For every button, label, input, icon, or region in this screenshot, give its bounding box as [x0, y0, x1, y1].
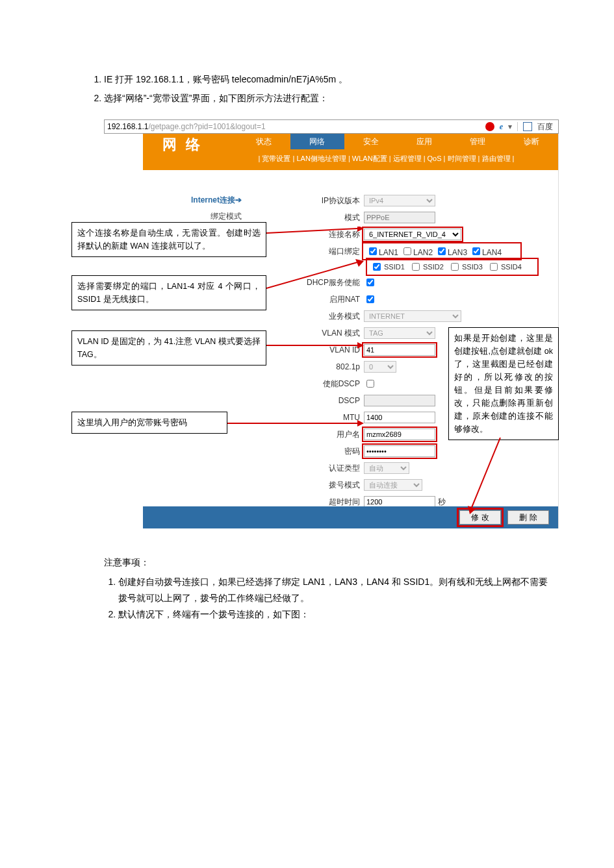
ssid3-checkbox[interactable] — [451, 263, 459, 271]
tab-network[interactable]: 网络 — [290, 134, 344, 149]
stop-icon — [485, 122, 494, 131]
url-path: /getpage.gch?pid=1001&logout=1 — [148, 122, 485, 131]
dscp-en-checkbox[interactable] — [366, 380, 374, 388]
intro-item-2: 选择“网络”-“宽带设置”界面，如下图所示方法进行配置： — [104, 90, 556, 106]
callout-conn-name: 这个连接名称是自动生成，无需设置。创建时选择默认的新建 WAN 连接就可以了。 — [71, 222, 266, 257]
mtu-input[interactable] — [364, 412, 435, 423]
lan3-checkbox[interactable] — [438, 247, 446, 255]
sidebar-label: Internet连接 — [191, 195, 235, 205]
service-label: 业务模式 — [305, 311, 364, 322]
dscp-en-label: 使能DSCP — [305, 378, 364, 390]
note-2: 默认情况下，终端有一个拨号连接的，如下图： — [118, 606, 556, 623]
callout-modify: 如果是开始创建，这里是创建按钮,点创建就创建 ok 了，这里截图是已经创建好的，… — [448, 327, 559, 440]
timeout-unit: 秒 — [438, 497, 446, 508]
nat-label: 启用NAT — [305, 294, 364, 305]
password-input[interactable] — [364, 445, 435, 457]
vlan-id-label: VLAN ID — [305, 345, 364, 354]
port-bind-label: 端口绑定 — [305, 246, 364, 257]
conn-name-select[interactable]: 6_INTERNET_R_VID_4 — [364, 229, 461, 240]
separator-icon — [517, 122, 518, 131]
dial-select[interactable]: 自动连接 — [364, 479, 422, 491]
ssid4-checkbox[interactable] — [490, 263, 498, 271]
arrow-icon: ➔ — [235, 195, 242, 205]
lan4-checkbox[interactable] — [472, 247, 480, 255]
notes-section: 注意事项： 创建好自动拨号连接口，如果已经选择了绑定 LAN1，LAN3，LAN… — [104, 554, 556, 623]
intro-item-1: IE 打开 192.168.1.1，账号密码 telecomadmin/nE7j… — [104, 71, 556, 88]
router-screenshot: 192.168.1.1 /getpage.gch?pid=1001&logout… — [104, 119, 559, 541]
tab-app[interactable]: 应用 — [398, 134, 451, 149]
dhcp-label: DHCP服务使能 — [305, 277, 364, 288]
search-engine-label: 百度 — [537, 121, 553, 132]
callout-vlan: VLAN ID 是固定的，为 41.注意 VLAN 模式要选择 TAG。 — [71, 330, 266, 366]
conn-name-label: 连接名称 — [305, 229, 364, 240]
ssid2-checkbox[interactable] — [412, 263, 420, 271]
callout-userpass: 这里填入用户的宽带账号密码 — [71, 412, 227, 434]
user-label: 用户名 — [305, 429, 364, 440]
auth-label: 认证类型 — [305, 463, 364, 474]
url-host: 192.168.1.1 — [105, 122, 148, 131]
modify-button[interactable]: 修 改 — [459, 510, 501, 525]
note-1: 创建好自动拨号连接口，如果已经选择了绑定 LAN1，LAN3，LAN4 和 SS… — [118, 574, 556, 606]
ie-icon: e — [500, 122, 503, 132]
logo: 网 络 — [162, 135, 203, 155]
sub-nav[interactable]: | 宽带设置 | LAN侧地址管理 | WLAN配置 | 远程管理 | QoS … — [214, 149, 558, 167]
dscp-input[interactable] — [364, 395, 435, 406]
p8021-label: 802.1p — [305, 362, 364, 371]
header: 网 络 状态 网络 安全 应用 管理 诊断 | 宽带设置 | LAN侧地址管理 … — [143, 134, 558, 170]
vlan-id-input[interactable] — [364, 344, 435, 356]
lan2-checkbox[interactable] — [403, 247, 411, 255]
top-tabs: 状态 网络 安全 应用 管理 诊断 — [237, 134, 558, 149]
callout-port-bind: 选择需要绑定的端口，LAN1-4 对应 4 个网口，SSID1 是无线接口。 — [71, 275, 266, 310]
dial-label: 拨号模式 — [305, 480, 364, 491]
dhcp-checkbox[interactable] — [366, 279, 374, 286]
service-select[interactable]: INTERNET — [364, 310, 461, 322]
nat-checkbox[interactable] — [366, 295, 374, 303]
bottom-bar: 修 改 删 除 — [143, 506, 558, 528]
ip-version-label: IP协议版本 — [305, 195, 364, 206]
delete-button[interactable]: 删 除 — [507, 510, 549, 525]
ssid1-checkbox[interactable] — [373, 263, 381, 271]
tab-status[interactable]: 状态 — [237, 134, 290, 149]
tab-manage[interactable]: 管理 — [451, 134, 504, 149]
auth-select[interactable]: 自动 — [364, 462, 409, 474]
vlan-mode-select[interactable]: TAG — [364, 327, 435, 339]
sidebar-item-internet[interactable]: Internet连接➔ — [143, 192, 247, 208]
mode-input[interactable] — [364, 212, 435, 223]
vlan-mode-label: VLAN 模式 — [305, 328, 364, 339]
dscp-label: DSCP — [305, 396, 364, 405]
intro-list: IE 打开 192.168.1.1，账号密码 telecomadmin/nE7j… — [104, 71, 556, 106]
mode-label: 模式 — [305, 212, 364, 223]
ip-version-select[interactable]: IPv4 — [364, 195, 435, 206]
p8021-select[interactable]: 0 — [364, 361, 396, 373]
browser-icons: e ▾ 百度 — [485, 121, 558, 132]
pass-label: 密码 — [305, 446, 364, 457]
username-input[interactable] — [364, 428, 435, 440]
notes-heading: 注意事项： — [104, 554, 556, 571]
tab-diag[interactable]: 诊断 — [505, 134, 558, 149]
dropdown-icon: ▾ — [508, 122, 512, 131]
timeout-label: 超时时间 — [305, 497, 364, 508]
address-bar[interactable]: 192.168.1.1 /getpage.gch?pid=1001&logout… — [104, 119, 559, 134]
lan1-checkbox[interactable] — [369, 247, 377, 255]
tab-security[interactable]: 安全 — [344, 134, 398, 149]
mtu-label: MTU — [305, 413, 364, 422]
baidu-icon — [523, 122, 532, 131]
